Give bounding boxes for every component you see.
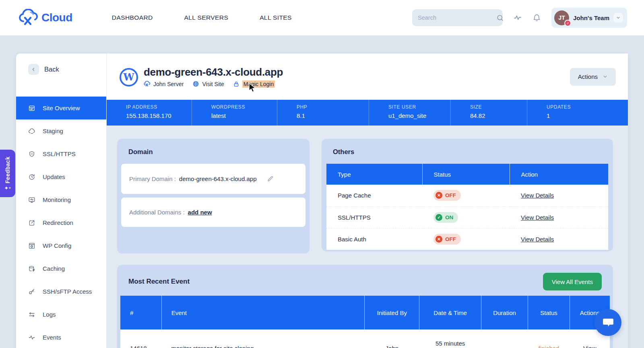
nav-dashboard[interactable]: DASHBOARD	[112, 14, 153, 21]
sidebar-item-monitoring[interactable]: Monitoring	[16, 188, 106, 211]
server-link[interactable]: John Server	[144, 81, 184, 87]
wp-config-icon	[28, 242, 35, 249]
nav-all-sites[interactable]: ALL SITES	[260, 14, 292, 21]
top-navigation: DASHBOARD ALL SERVERS ALL SITES	[112, 14, 292, 21]
info-value: latest	[211, 112, 277, 119]
main-card: Back Site Overview Staging SSL/HTTPS Upd…	[16, 54, 628, 348]
info-label: UPDATES	[547, 104, 628, 110]
info-label: PHP	[297, 104, 369, 110]
team-menu[interactable]: JT J John's Team	[551, 8, 627, 28]
wp-letter: W	[124, 71, 134, 83]
info-site-user: SITE USER u1_demo_site	[369, 100, 450, 126]
back-button[interactable]: Back	[28, 64, 106, 75]
status-text: OFF	[445, 236, 456, 242]
main-column: W demo-green-643.x-cloud.app John Server…	[106, 54, 628, 348]
feedback-tab[interactable]: Feedback ✦✦	[0, 150, 15, 197]
view-details-link[interactable]: View Details	[521, 192, 554, 199]
magic-login-link[interactable]: Magic Login	[233, 80, 275, 88]
sidebar-item-redirection[interactable]: Redirection	[16, 211, 106, 234]
search-input[interactable]	[418, 14, 493, 21]
sidebar-item-wp-config[interactable]: WP Config	[16, 234, 106, 257]
info-label: SIZE	[470, 104, 527, 110]
monitor-icon	[28, 196, 35, 204]
site-meta-row: John Server Visit Site Magic Login	[144, 80, 283, 88]
actions-label: Actions	[578, 73, 598, 80]
primary-domain-label: Primary Domain :	[129, 175, 176, 182]
lock-icon	[233, 81, 239, 87]
feedback-label: Feedback	[4, 156, 11, 183]
primary-domain-value: demo-green-643.x-cloud.app	[179, 175, 257, 182]
search-box[interactable]	[412, 9, 503, 26]
magic-login-label: Magic Login	[242, 80, 275, 88]
status-text: ON	[445, 214, 453, 220]
logo-text: Cloud	[41, 11, 72, 24]
actions-button[interactable]: Actions	[570, 68, 616, 86]
others-header-row: Type Status Action	[326, 164, 608, 185]
col-initiated-by: Initiated By	[365, 296, 419, 329]
nav-all-servers[interactable]: ALL SERVERS	[184, 14, 229, 21]
chat-widget-button[interactable]	[594, 309, 621, 336]
visit-site-link[interactable]: Visit Site	[192, 80, 224, 87]
sidebar-item-caching[interactable]: Caching	[16, 257, 106, 280]
sidebar-item-ssh-sftp[interactable]: SSH/sFTP Access	[16, 280, 106, 303]
col-action: Action	[510, 164, 608, 185]
back-label: Back	[44, 66, 59, 73]
event-status: finished	[539, 345, 559, 348]
sidebar-item-site-overview[interactable]: Site Overview	[16, 97, 106, 119]
sidebar-item-label: Updates	[43, 173, 65, 180]
wordpress-icon: W	[120, 68, 138, 86]
recent-events-card: Most Recent Event View All Events # Even…	[117, 265, 613, 348]
xcloud-mini-icon	[144, 81, 151, 87]
site-overview-icon	[28, 105, 35, 112]
event-view-link[interactable]: View	[583, 345, 596, 348]
status-badge-off: ✕OFF	[433, 234, 461, 245]
table-row-page-cache: Page Cache ✕OFF View Details	[326, 185, 608, 206]
x-circle-icon: ✕	[436, 236, 442, 243]
col-status: Status	[422, 164, 510, 185]
view-details-link[interactable]: View Details	[521, 214, 554, 221]
search-icon[interactable]	[496, 14, 504, 22]
site-info-bar: IP ADDRESS 155.138.158.170 WORDPRESS lat…	[107, 100, 628, 126]
domain-card-title: Domain	[128, 148, 305, 156]
header-right: JT J John's Team	[412, 8, 627, 28]
site-title: demo-green-643.x-cloud.app	[144, 66, 283, 78]
add-new-domain-link[interactable]: add new	[188, 209, 212, 216]
avatar-initials: JT	[558, 14, 565, 21]
info-wordpress: WORDPRESS latest	[192, 100, 277, 126]
event-id: 14618	[120, 329, 161, 348]
chat-bubble-icon	[601, 316, 615, 329]
pulse-icon	[28, 334, 35, 341]
external-link-icon	[28, 219, 35, 227]
visit-site-label: Visit Site	[202, 81, 224, 87]
globe-icon	[192, 80, 199, 87]
chevron-down-icon[interactable]	[613, 13, 623, 23]
view-all-events-button[interactable]: View All Events	[543, 273, 602, 290]
sidebar-item-logs[interactable]: Logs	[16, 303, 106, 326]
xcloud-cloud-icon	[18, 9, 39, 27]
activity-icon[interactable]	[513, 13, 522, 22]
row-type: Basic Auth	[326, 228, 422, 250]
xcloud-logo[interactable]: Cloud	[18, 9, 72, 27]
col-duration: Duration	[481, 296, 528, 329]
sidebar-item-updates[interactable]: Updates	[16, 165, 106, 188]
key-icon	[28, 288, 35, 295]
info-value: 155.138.158.170	[126, 112, 192, 119]
view-details-link[interactable]: View Details	[521, 236, 554, 243]
info-value: u1_demo_site	[388, 112, 450, 119]
check-circle-icon: ✓	[436, 214, 442, 221]
sidebar-item-ssl-https[interactable]: SSL/HTTPS	[16, 142, 106, 165]
primary-domain-row: Primary Domain : demo-green-643.x-cloud.…	[121, 164, 305, 194]
notifications-bell-icon[interactable]	[533, 14, 541, 22]
sidebar-item-staging[interactable]: Staging	[16, 119, 106, 142]
edit-pencil-icon[interactable]	[267, 175, 274, 182]
caching-icon	[28, 265, 35, 272]
team-name: John's Team	[573, 14, 609, 21]
others-card: Others Type Status Action Page Cache	[322, 139, 613, 251]
sidebar-item-events[interactable]: Events	[16, 326, 106, 348]
info-label: IP ADDRESS	[126, 104, 192, 110]
row-type: SSL/HTTPS	[326, 206, 422, 228]
sparkles-icon: ✦✦	[4, 186, 11, 190]
domain-card: Domain Primary Domain : demo-green-643.x…	[117, 139, 310, 253]
cards-row: Domain Primary Domain : demo-green-643.x…	[117, 139, 628, 253]
sidebar-item-label: SSL/HTTPS	[43, 150, 76, 157]
